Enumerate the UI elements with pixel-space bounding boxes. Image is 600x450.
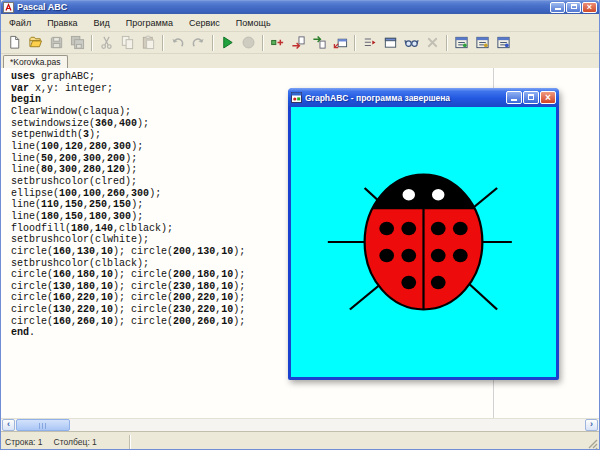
ladybug-spot <box>431 222 446 236</box>
watch-icon <box>404 35 419 50</box>
maximize-icon <box>528 94 534 100</box>
code-line: setpenwidth(3); <box>11 129 245 141</box>
menu-bar: ФайлПравкаВидПрограммаСервисПомощь <box>1 14 599 32</box>
new-file-icon <box>7 35 22 50</box>
toolbar-paste-button <box>138 33 159 53</box>
graphabc-icon <box>291 92 302 103</box>
menu-program[interactable]: Программа <box>118 16 181 30</box>
toolbar-separator <box>212 35 214 51</box>
toolbar-redo-button <box>188 33 209 53</box>
toolbar-module-window-2-button[interactable] <box>472 33 493 53</box>
statusbar-position-panel: Строка: 1 Столбец: 1 <box>1 435 130 449</box>
toolbar-separator <box>162 35 164 51</box>
toolbar-save-all-button <box>67 33 88 53</box>
status-bar: Строка: 1 Столбец: 1 <box>1 434 599 450</box>
module-window-1-icon <box>454 35 469 50</box>
maximize-button[interactable] <box>566 2 581 13</box>
menu-service[interactable]: Сервис <box>181 16 228 30</box>
ladybug-spot <box>401 276 416 290</box>
status-column: Столбец: 1 <box>54 437 97 447</box>
ladybug-spot <box>401 249 416 263</box>
scroll-left-button[interactable]: ‹ <box>2 419 15 431</box>
graphabc-maximize-button[interactable] <box>523 91 539 104</box>
breakpoints-icon <box>362 35 377 50</box>
code-line: circle(130,180,10); circle(230,180,10); <box>11 281 245 293</box>
window-buttons: × <box>550 2 597 13</box>
resize-grip[interactable] <box>586 437 598 449</box>
close-icon: × <box>541 92 555 103</box>
ladybug-spot <box>431 249 446 263</box>
minimize-button[interactable] <box>550 2 565 13</box>
app-title: Pascal ABC <box>17 2 550 12</box>
maximize-icon <box>571 4 577 9</box>
horizontal-scrollbar[interactable]: ‹ › <box>1 418 599 431</box>
toolbar-watch-button[interactable] <box>401 33 422 53</box>
code-line: end. <box>11 327 245 339</box>
toolbar-open-file-button[interactable] <box>25 33 46 53</box>
menu-edit[interactable]: Правка <box>39 16 85 30</box>
toolbar-new-file-button[interactable] <box>4 33 25 53</box>
ladybug-eye <box>401 188 416 202</box>
stop-icon <box>241 35 256 50</box>
graphabc-client-area <box>291 107 556 377</box>
cut-icon <box>99 35 114 50</box>
ladybug-spot <box>379 249 394 263</box>
toolbar-save-file-button <box>46 33 67 53</box>
output-window-icon <box>383 35 398 50</box>
graphabc-window: GraphABC - программа завершена × <box>288 88 559 380</box>
close-icon: × <box>583 3 596 11</box>
graphabc-close-button[interactable]: × <box>540 91 556 104</box>
toolbar-step-chain-button[interactable] <box>267 33 288 53</box>
toolbar-clear-button <box>422 33 443 53</box>
main-titlebar[interactable]: Pascal ABC × <box>1 0 599 14</box>
toolbar-step-out-button[interactable] <box>309 33 330 53</box>
code-line: circle(160,260,10); circle(200,260,10); <box>11 316 245 328</box>
graph-canvas <box>291 107 556 377</box>
code-line: setbrushcolor(clwhite); <box>11 234 245 246</box>
toolbar-separator <box>262 35 264 51</box>
toolbar-goto-window-button[interactable] <box>330 33 351 53</box>
code-line: line(110,150,250,150); <box>11 199 245 211</box>
toolbar-cut-button <box>96 33 117 53</box>
menu-help[interactable]: Помощь <box>228 16 279 30</box>
toolbar-run-button[interactable] <box>217 33 238 53</box>
code-line: circle(160,180,10); circle(200,180,10); <box>11 269 245 281</box>
ladybug-eye <box>431 188 446 202</box>
toolbar-stop-button <box>238 33 259 53</box>
close-button[interactable]: × <box>582 2 597 13</box>
code-line: setbrushcolor(clblack); <box>11 258 245 270</box>
code-line: ellipse(100,100,260,300); <box>11 188 245 200</box>
tab-korovka[interactable]: *Korovka.pas <box>3 55 68 68</box>
scrollbar-thumb[interactable] <box>16 419 70 431</box>
minimize-icon <box>511 99 517 101</box>
toolbar-module-window-3-button[interactable] <box>493 33 514 53</box>
graphabc-title: GraphABC - программа завершена <box>305 93 505 103</box>
menu-file[interactable]: Файл <box>1 16 39 30</box>
module-window-2-icon <box>475 35 490 50</box>
code-area: uses graphABC;var x,y: integer;beginClea… <box>11 71 245 339</box>
toolbar-separator <box>446 35 448 51</box>
graphabc-minimize-button[interactable] <box>506 91 522 104</box>
scroll-right-button[interactable]: › <box>585 419 598 431</box>
code-line: line(180,150,180,300); <box>11 211 245 223</box>
code-line: ClearWindow(claqua); <box>11 106 245 118</box>
open-file-icon <box>28 35 43 50</box>
toolbar-breakpoints-button[interactable] <box>359 33 380 53</box>
toolbar-separator <box>354 35 356 51</box>
code-line: line(100,120,280,300); <box>11 141 245 153</box>
code-line: setbrushcolor(clred); <box>11 176 245 188</box>
step-into-icon <box>291 35 306 50</box>
toolbar-module-window-1-button[interactable] <box>451 33 472 53</box>
graphabc-titlebar[interactable]: GraphABC - программа завершена × <box>288 88 559 107</box>
code-line: circle(160,130,10); circle(200,130,10); <box>11 246 245 258</box>
paste-icon <box>141 35 156 50</box>
code-line: line(80,300,280,120); <box>11 164 245 176</box>
step-chain-icon <box>270 35 285 50</box>
goto-window-icon <box>333 35 348 50</box>
toolbar-step-into-button[interactable] <box>288 33 309 53</box>
toolbar-output-window-button[interactable] <box>380 33 401 53</box>
undo-icon <box>170 35 185 50</box>
step-out-icon <box>312 35 327 50</box>
menu-view[interactable]: Вид <box>86 16 118 30</box>
save-file-icon <box>49 35 64 50</box>
